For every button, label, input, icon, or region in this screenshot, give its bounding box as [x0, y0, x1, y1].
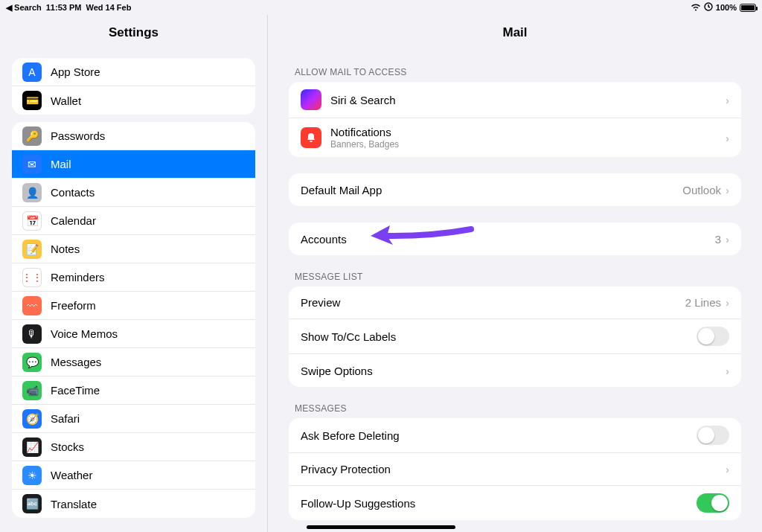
sidebar-item-label: Calendar: [51, 214, 96, 227]
toggle[interactable]: [697, 327, 729, 346]
siri-icon: [301, 89, 321, 110]
translate-icon: 🔤: [22, 494, 42, 513]
chevron-icon: ›: [726, 365, 729, 377]
chevron-icon: ›: [726, 233, 729, 246]
sidebar-item-voice-memos[interactable]: 🎙Voice Memos: [12, 320, 255, 348]
sidebar-item-stocks[interactable]: 📈Stocks: [12, 433, 255, 461]
sidebar-item-calendar[interactable]: 📅Calendar: [12, 207, 255, 235]
sidebar-item-app-store[interactable]: AApp Store: [12, 58, 255, 86]
row-ask-before-deleting[interactable]: Ask Before Deleting: [289, 418, 741, 453]
status-time: 11:53 PM: [46, 3, 82, 12]
wallet-icon: 💳: [22, 91, 42, 110]
sidebar-item-passwords[interactable]: 🔑Passwords: [12, 122, 255, 150]
row-default-mail-app[interactable]: Default Mail App Outlook ›: [289, 173, 741, 206]
chevron-icon: ›: [726, 132, 729, 144]
sidebar-item-label: Notes: [51, 243, 80, 255]
row-accounts[interactable]: Accounts 3 ›: [289, 222, 741, 255]
row-follow-up-suggestions[interactable]: Follow-Up Suggestions: [289, 486, 741, 520]
sidebar-item-label: Translate: [51, 498, 97, 510]
status-bar: ◀ Search 11:53 PM Wed 14 Feb 100%: [0, 0, 762, 15]
sidebar-item-label: FaceTime: [51, 384, 100, 397]
section-header-message-list: MESSAGE LIST: [295, 272, 741, 282]
sidebar-item-safari[interactable]: 🧭Safari: [12, 405, 255, 433]
voice-memos-icon: 🎙: [22, 324, 42, 344]
row-label: Ask Before Deleting: [301, 429, 400, 442]
stocks-icon: 📈: [22, 438, 42, 457]
sidebar-item-facetime[interactable]: 📹FaceTime: [12, 376, 255, 405]
notifications-icon: [301, 127, 321, 148]
safari-icon: 🧭: [22, 409, 42, 429]
sidebar-item-freeform[interactable]: 〰Freeform: [12, 292, 255, 320]
panel-message-list: Preview2 Lines›Show To/Cc LabelsSwipe Op…: [289, 286, 741, 387]
home-indicator: [307, 525, 455, 529]
calendar-icon: 📅: [22, 211, 42, 231]
sidebar-item-translate[interactable]: 🔤Translate: [12, 490, 255, 518]
chevron-icon: ›: [726, 296, 729, 309]
sidebar-group-main: 🔑Passwords✉Mail👤Contacts📅Calendar📝Notes⋮…: [12, 122, 255, 518]
sidebar-item-label: Freeform: [51, 299, 96, 312]
sidebar-item-label: Weather: [51, 469, 92, 481]
row-value: Outlook: [682, 184, 721, 196]
facetime-icon: 📹: [22, 381, 42, 400]
sidebar-item-reminders[interactable]: ⋮⋮Reminders: [12, 263, 255, 292]
chevron-icon: ›: [726, 94, 729, 106]
row-sublabel: Banners, Badges: [330, 139, 726, 150]
row-privacy-protection[interactable]: Privacy Protection›: [289, 453, 741, 486]
sidebar-item-label: Safari: [51, 412, 80, 425]
battery-pct: 100%: [716, 3, 737, 12]
sidebar-item-label: App Store: [51, 65, 100, 78]
sidebar-item-label: Contacts: [51, 186, 95, 199]
detail-scroll[interactable]: ALLOW MAIL TO ACCESS Siri & Search › Not…: [268, 51, 762, 532]
section-header-allow-access: ALLOW MAIL TO ACCESS: [295, 67, 741, 77]
sidebar-item-label: Passwords: [51, 129, 105, 142]
row-label: Siri & Search: [330, 94, 396, 106]
row-preview[interactable]: Preview2 Lines›: [289, 286, 741, 319]
orientation-lock-icon: [704, 2, 713, 13]
weather-icon: ☀: [22, 466, 42, 485]
messages-icon: 💬: [22, 353, 42, 372]
row-label: Privacy Protection: [301, 463, 391, 475]
chevron-icon: ›: [726, 463, 729, 475]
reminders-icon: ⋮⋮: [22, 268, 42, 287]
sidebar-item-label: Stocks: [51, 440, 84, 453]
back-to-search[interactable]: ◀ Search: [6, 3, 42, 13]
passwords-icon: 🔑: [22, 126, 42, 146]
detail-title: Mail: [268, 15, 762, 51]
status-date: Wed 14 Feb: [86, 3, 131, 12]
contacts-icon: 👤: [22, 183, 42, 202]
row-swipe-options[interactable]: Swipe Options›: [289, 354, 741, 387]
settings-sidebar: Settings AApp Store💳Wallet 🔑Passwords✉Ma…: [0, 15, 268, 532]
row-notifications[interactable]: Notifications Banners, Badges ›: [289, 118, 741, 157]
panel-messages: Ask Before DeletingPrivacy Protection›Fo…: [289, 418, 741, 520]
freeform-icon: 〰: [22, 296, 42, 315]
sidebar-item-label: Mail: [51, 158, 71, 170]
notes-icon: 📝: [22, 240, 42, 259]
row-show-to-cc-labels[interactable]: Show To/Cc Labels: [289, 319, 741, 354]
detail-pane: Mail ALLOW MAIL TO ACCESS Siri & Search …: [268, 15, 762, 532]
row-label: Accounts: [301, 233, 347, 246]
row-label: Default Mail App: [301, 184, 382, 196]
row-siri-search[interactable]: Siri & Search ›: [289, 82, 741, 118]
sidebar-item-contacts[interactable]: 👤Contacts: [12, 179, 255, 207]
sidebar-title: Settings: [0, 15, 267, 51]
sidebar-item-notes[interactable]: 📝Notes: [12, 235, 255, 263]
panel-default-mail-app: Default Mail App Outlook ›: [289, 173, 741, 206]
row-label: Notifications: [330, 126, 726, 138]
row-value: 3: [715, 233, 721, 246]
row-label: Swipe Options: [301, 365, 373, 377]
sidebar-item-mail[interactable]: ✉Mail: [12, 150, 255, 179]
sidebar-item-label: Voice Memos: [51, 327, 118, 340]
mail-icon: ✉: [22, 155, 42, 174]
toggle[interactable]: [697, 493, 729, 513]
panel-accounts: Accounts 3 ›: [289, 222, 741, 255]
battery-icon: [740, 4, 756, 12]
chevron-icon: ›: [726, 184, 729, 196]
row-label: Follow-Up Suggestions: [301, 497, 415, 510]
sidebar-group-apps: AApp Store💳Wallet: [12, 58, 255, 115]
sidebar-item-label: Messages: [51, 356, 101, 368]
toggle[interactable]: [697, 426, 729, 445]
sidebar-item-weather[interactable]: ☀Weather: [12, 461, 255, 490]
app-store-icon: A: [22, 63, 42, 82]
sidebar-item-wallet[interactable]: 💳Wallet: [12, 86, 255, 115]
sidebar-item-messages[interactable]: 💬Messages: [12, 348, 255, 376]
